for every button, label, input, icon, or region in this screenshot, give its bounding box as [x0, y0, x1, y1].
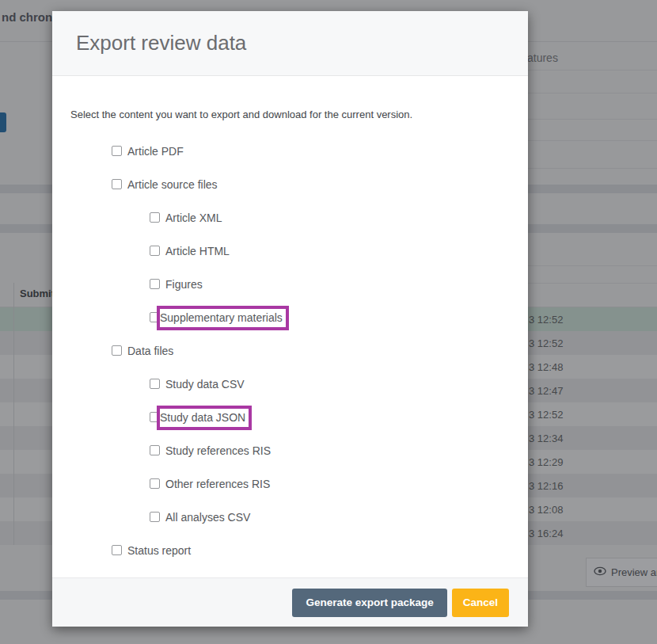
export-option-label: Status report: [127, 544, 191, 557]
divider: [515, 140, 657, 141]
export-option-checkbox[interactable]: [150, 379, 160, 389]
table-column-header-submitted: Submit: [20, 288, 55, 299]
page-title-fragment: nd chroni: [2, 10, 55, 24]
table-column-divider: [13, 283, 14, 545]
export-option-label: Article HTML: [165, 245, 230, 257]
modal-header: Export review data: [52, 11, 528, 76]
divider: [515, 265, 657, 266]
modal-intro-text: Select the content you want to export an…: [70, 109, 412, 120]
export-option-checkbox[interactable]: [112, 545, 122, 555]
export-option[interactable]: Study references RIS: [52, 445, 528, 455]
export-option[interactable]: Figures: [52, 279, 528, 289]
export-option-checkbox[interactable]: [112, 345, 122, 356]
export-option-label: Study references RIS: [165, 444, 271, 457]
modal-footer: Generate export package Cancel: [52, 577, 528, 627]
generate-export-package-button[interactable]: Generate export package: [292, 589, 446, 617]
divider: [515, 168, 657, 169]
export-option-checkbox[interactable]: [150, 279, 160, 289]
preview-article-label: Preview arti: [611, 566, 657, 578]
cancel-button[interactable]: Cancel: [452, 589, 509, 617]
export-options-list: Article PDF Article source files Article…: [52, 146, 528, 578]
export-option-label: Data files: [127, 345, 173, 357]
export-option-checkbox[interactable]: [150, 445, 160, 455]
eye-icon: [594, 566, 611, 578]
divider: [515, 283, 657, 284]
export-option-checkbox[interactable]: [112, 146, 122, 156]
divider: [515, 70, 657, 70]
export-option-label: Article XML: [165, 211, 222, 224]
export-review-data-modal: Export review data Select the content yo…: [52, 11, 528, 627]
preview-article-button[interactable]: Preview arti: [586, 558, 657, 587]
export-option-checkbox[interactable]: [150, 478, 160, 489]
export-option-label: Study data CSV: [165, 378, 245, 391]
modal-title: Export review data: [76, 31, 246, 55]
blue-button-fragment[interactable]: [0, 112, 6, 132]
export-option[interactable]: Article PDF: [52, 146, 528, 156]
export-option[interactable]: All analyses CSV: [52, 512, 528, 522]
divider: [515, 119, 657, 120]
export-option-label: Article PDF: [127, 145, 184, 158]
divider: [515, 93, 657, 93]
export-option-label: Supplementary materials: [157, 306, 289, 330]
export-option-highlighted[interactable]: Study data JSON: [52, 412, 528, 422]
export-option-label: Study data JSON: [157, 406, 252, 430]
export-option[interactable]: Article XML: [52, 212, 528, 223]
export-option[interactable]: Study data CSV: [52, 379, 528, 389]
export-option-highlighted[interactable]: Supplementary materials: [52, 312, 528, 322]
export-option-checkbox[interactable]: [150, 246, 160, 256]
export-option-checkbox[interactable]: [150, 212, 160, 223]
export-option[interactable]: Article HTML: [52, 246, 528, 256]
export-option-checkbox[interactable]: [112, 179, 122, 189]
export-option[interactable]: Data files: [52, 345, 528, 356]
background-label-fragment: atures: [527, 51, 558, 64]
export-option[interactable]: Article source files: [52, 179, 528, 189]
export-option-checkbox[interactable]: [150, 512, 160, 522]
export-option-label: Figures: [165, 278, 203, 291]
export-option[interactable]: Status report: [52, 545, 528, 555]
export-option-label: Other references RIS: [165, 478, 270, 490]
export-option-label: All analyses CSV: [165, 511, 250, 524]
export-option-label: Article source files: [127, 178, 218, 191]
export-option[interactable]: Other references RIS: [52, 478, 528, 489]
